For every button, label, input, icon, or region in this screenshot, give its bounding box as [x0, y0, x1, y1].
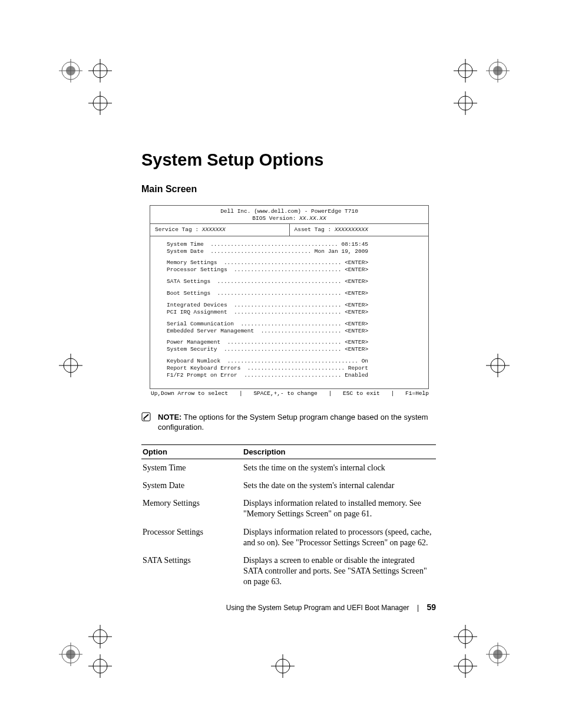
- bios-header: Dell Inc. (www.dell.com) - PowerEdge T71…: [150, 206, 428, 224]
- bios-tags-row: Service Tag : XXXXXXX Asset Tag : XXXXXX…: [150, 224, 428, 236]
- bios-row-value: Enabled: [341, 372, 368, 379]
- crop-mark-icon: [486, 643, 510, 666]
- table-row: Processor SettingsDisplays information r…: [141, 523, 436, 552]
- bios-row-value: Mon Jan 19, 2009: [311, 248, 368, 255]
- footer-chapter: Using the System Setup Program and UEFI …: [226, 604, 409, 612]
- bios-row-label: Memory Settings: [167, 259, 224, 266]
- bios-row-label: Keyboard Numlock: [167, 358, 227, 365]
- bios-row: Integrated Devices .....................…: [167, 302, 420, 309]
- crop-mark-icon: [88, 654, 112, 678]
- crop-mark-icon: [59, 59, 82, 83]
- option-cell: System Time: [141, 459, 242, 477]
- bios-row-label: SATA Settings: [167, 278, 217, 285]
- bios-row-value: <ENTER>: [341, 302, 368, 309]
- description-cell: Displays information related to processo…: [242, 523, 436, 552]
- bios-row: Processor Settings .....................…: [167, 266, 420, 274]
- col-description: Description: [242, 444, 436, 459]
- crop-mark-icon: [59, 354, 82, 377]
- bios-row-value: <ENTER>: [341, 309, 368, 316]
- option-cell: System Date: [141, 477, 242, 495]
- bios-row: Embedded Server Management .............…: [167, 328, 420, 335]
- bios-screenshot: Dell Inc. (www.dell.com) - PowerEdge T71…: [150, 205, 429, 389]
- description-cell: Sets the time on the system's internal c…: [242, 459, 436, 477]
- bios-row: F1/F2 Prompt on Error ..................…: [167, 372, 420, 379]
- bios-row-value: Report: [345, 365, 368, 372]
- bios-row: System Security ........................…: [167, 346, 420, 353]
- hint-space: SPACE,+,- to change: [253, 390, 317, 397]
- col-option: Option: [141, 444, 242, 459]
- bios-row-label: Processor Settings: [167, 266, 234, 274]
- asset-tag-cell: Asset Tag : XXXXXXXXXX: [290, 224, 429, 236]
- bios-row: Report Keyboard Errors .................…: [167, 365, 420, 372]
- bios-row-label: Serial Communication: [167, 321, 240, 328]
- bios-row: Keyboard Numlock .......................…: [167, 358, 420, 365]
- bios-header-line1: Dell Inc. (www.dell.com) - PowerEdge T71…: [150, 208, 428, 215]
- description-cell: Displays a screen to enable or disable t…: [242, 552, 436, 591]
- bios-row-value: <ENTER>: [341, 321, 368, 328]
- note-icon: [141, 412, 151, 421]
- description-cell: Sets the date on the system's internal c…: [242, 477, 436, 495]
- page-footer: Using the System Setup Program and UEFI …: [141, 602, 436, 612]
- bios-row: Power Management .......................…: [167, 339, 420, 346]
- crop-mark-icon: [486, 59, 510, 83]
- table-row: System TimeSets the time on the system's…: [141, 459, 436, 477]
- description-cell: Displays information related to installe…: [242, 495, 436, 523]
- option-cell: Memory Settings: [141, 495, 242, 523]
- bios-row-label: Power Management: [167, 339, 227, 346]
- option-cell: Processor Settings: [141, 523, 242, 552]
- bios-row-value: <ENTER>: [341, 259, 368, 266]
- crop-mark-icon: [88, 625, 112, 648]
- footer-page-number: 59: [427, 602, 436, 612]
- crop-mark-icon: [486, 354, 510, 377]
- crop-mark-icon: [59, 643, 82, 666]
- crop-mark-icon: [88, 59, 112, 83]
- bios-row-value: <ENTER>: [341, 266, 368, 274]
- bios-row: System Time ............................…: [167, 241, 420, 248]
- bios-row-label: Embedded Server Management: [167, 328, 261, 335]
- bios-row-value: <ENTER>: [341, 290, 368, 297]
- page-title: System Setup Options: [141, 150, 436, 170]
- hint-f1: F1=Help: [405, 390, 429, 397]
- bios-row: Memory Settings ........................…: [167, 259, 420, 266]
- bios-body: System Time ............................…: [150, 236, 428, 388]
- crop-mark-icon: [454, 91, 477, 115]
- note-text: NOTE: The options for the System Setup p…: [157, 412, 436, 433]
- crop-mark-icon: [454, 625, 477, 648]
- section-subtitle: Main Screen: [141, 184, 436, 195]
- hint-arrows: Up,Down Arrow to select: [151, 390, 228, 397]
- bios-row: System Date ............................…: [167, 248, 420, 255]
- crop-mark-icon: [454, 59, 477, 83]
- option-cell: SATA Settings: [141, 552, 242, 591]
- bios-footer-hints: Up,Down Arrow to select | SPACE,+,- to c…: [150, 389, 430, 397]
- bios-row-value: On: [358, 358, 368, 365]
- bios-row-label: Boot Settings: [167, 290, 217, 297]
- crop-mark-icon: [454, 654, 477, 678]
- bios-row: SATA Settings ..........................…: [167, 278, 420, 285]
- note-block: NOTE: The options for the System Setup p…: [141, 412, 436, 433]
- bios-row-label: System Date: [167, 248, 210, 255]
- bios-row-label: Integrated Devices: [167, 302, 234, 309]
- hint-esc: ESC to exit: [343, 390, 380, 397]
- bios-row-value: <ENTER>: [341, 328, 368, 335]
- bios-row-label: System Time: [167, 241, 210, 248]
- table-row: Memory SettingsDisplays information rela…: [141, 495, 436, 523]
- bios-row-value: <ENTER>: [341, 346, 368, 353]
- bios-header-line2: BIOS Version: XX.XX.XX: [150, 215, 428, 222]
- bios-row-label: F1/F2 Prompt on Error: [167, 372, 244, 379]
- bios-row-value: <ENTER>: [341, 339, 368, 346]
- bios-row: Serial Communication ...................…: [167, 321, 420, 328]
- table-row: SATA SettingsDisplays a screen to enable…: [141, 552, 436, 591]
- bios-row-value: 08:15:45: [338, 241, 368, 248]
- bios-row-label: Report Keyboard Errors: [167, 365, 247, 372]
- options-table: Option Description System TimeSets the t…: [141, 444, 436, 591]
- bios-row-label: PCI IRQ Assignment: [167, 309, 234, 316]
- bios-row-label: System Security: [167, 346, 224, 353]
- bios-row: Boot Settings ..........................…: [167, 290, 420, 297]
- table-row: System DateSets the date on the system's…: [141, 477, 436, 495]
- crop-mark-icon: [88, 91, 112, 115]
- page-content: System Setup Options Main Screen Dell In…: [141, 150, 436, 591]
- crop-mark-icon: [271, 654, 295, 678]
- service-tag-cell: Service Tag : XXXXXXX: [150, 224, 290, 236]
- bios-row-value: <ENTER>: [341, 278, 368, 285]
- bios-row: PCI IRQ Assignment .....................…: [167, 309, 420, 316]
